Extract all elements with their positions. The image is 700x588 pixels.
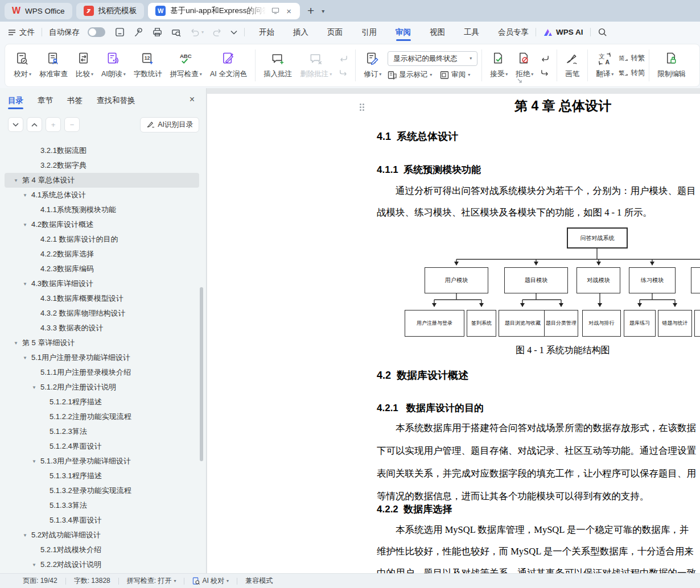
collapse-all-button[interactable] xyxy=(27,117,42,132)
translate-button[interactable]: 文A 翻译▾ xyxy=(592,49,617,82)
expand-arrow-icon[interactable]: ▼ xyxy=(31,459,38,464)
page-indicator[interactable]: 页面: 19/42 xyxy=(23,576,57,586)
markup-state-select[interactable]: 显示标记的最终状态 ▾ xyxy=(388,51,477,66)
ai-recognize-toc-button[interactable]: AI识别目录 xyxy=(140,117,199,132)
ai-read-aloud-button[interactable]: AI朗读▾ xyxy=(97,49,130,82)
pen-button[interactable]: 画笔 xyxy=(561,49,583,82)
file-menu[interactable]: 文件 xyxy=(8,27,35,38)
screen-share-icon[interactable] xyxy=(270,7,281,14)
sidebar-tab-chapters[interactable]: 章节 xyxy=(38,96,53,111)
show-markup-button[interactable]: 显示标记▾ xyxy=(388,70,432,80)
restrict-editing-button[interactable]: 限制编辑 xyxy=(653,49,690,82)
tab-home[interactable]: 开始 xyxy=(259,23,274,42)
undo-icon[interactable]: ▾ xyxy=(190,27,204,37)
toc-item[interactable]: ▼4.2数据库设计概述 xyxy=(5,217,199,232)
spell-check-button[interactable]: ABC 拼写检查▾ xyxy=(166,49,206,82)
accept-changes-button[interactable]: 接受▾ xyxy=(486,49,512,82)
next-comment-icon[interactable] xyxy=(339,69,348,77)
review-pane-button[interactable]: 审阅▾ xyxy=(440,70,470,80)
sidebar-tab-find-replace[interactable]: 查找和替换 xyxy=(97,96,135,111)
toc-item[interactable]: 5.1.1用户注册登录模块介绍 xyxy=(5,365,199,380)
figure-canvas[interactable]: 问答对战系统用户模块题目模块对战模块练习模块用户注册与登录签到系统题目浏览与收藏… xyxy=(207,225,700,345)
toc-item[interactable]: ▼5.1用户注册登录功能详细设计 xyxy=(5,350,199,365)
wps-ai-button[interactable]: WPS AI xyxy=(543,28,583,37)
tab-document[interactable]: W 基于uni-app和Express的问答 × xyxy=(148,3,300,19)
toc-item[interactable]: ▼4.1系统总体设计 xyxy=(5,188,199,202)
close-icon[interactable]: × xyxy=(285,6,293,16)
toc-item[interactable]: 5.1.3.2登录功能实现流程 xyxy=(5,483,199,498)
toc-item[interactable]: ▼5.2对战功能详细设计 xyxy=(5,528,199,543)
spellcheck-indicator[interactable]: 拼写检查: 打开▾ xyxy=(127,576,176,586)
toc-item[interactable]: ▼5.2.2对战设计说明 xyxy=(5,557,199,572)
to-simplified-button[interactable]: 繁 转简 xyxy=(619,68,645,78)
delete-comment-button[interactable]: 删除批注▾ xyxy=(296,49,336,82)
tab-wps-office[interactable]: W WPS Office xyxy=(5,3,72,19)
expand-arrow-icon[interactable]: ▼ xyxy=(22,222,28,227)
word-count-indicator[interactable]: 字数: 13828 xyxy=(74,576,110,586)
toc-item[interactable]: ▼4.3数据库详细设计 xyxy=(5,276,199,291)
tab-view[interactable]: 视图 xyxy=(430,23,445,42)
sidebar-tab-bookmarks[interactable]: 书签 xyxy=(67,96,83,111)
toc-item[interactable]: 5.2.1对战模块介绍 xyxy=(5,543,199,557)
toc-item[interactable]: 4.3.3 数据表的设计 xyxy=(5,321,199,336)
toc-item[interactable]: 5.1.3.4界面设计 xyxy=(5,513,199,528)
toc-item[interactable]: ▼5.1.2用户注册设计说明 xyxy=(5,380,199,395)
tab-insert[interactable]: 插入 xyxy=(293,23,308,42)
compare-button[interactable]: 比较▾ xyxy=(72,49,97,82)
toc-item[interactable]: 3.2.1数据流图 xyxy=(5,143,199,158)
expand-all-button[interactable] xyxy=(8,117,23,132)
word-count-button[interactable]: 12 字数统计 xyxy=(130,49,166,82)
save-icon[interactable] xyxy=(114,27,125,38)
standard-review-button[interactable]: 标准审查 xyxy=(35,49,72,82)
toc-item[interactable]: 5.1.3.1程序描述 xyxy=(5,469,199,483)
expand-arrow-icon[interactable]: ▼ xyxy=(22,533,28,538)
toc-item[interactable]: 4.3.1数据库概要模型设计 xyxy=(5,291,199,306)
toc-item[interactable]: ▼5.1.3用户登录功能详细设计 xyxy=(5,454,199,469)
print-icon[interactable] xyxy=(152,27,163,38)
zoom-out-button[interactable]: − xyxy=(64,117,80,132)
group-expand-icon[interactable] xyxy=(517,78,522,84)
tab-page[interactable]: 页面 xyxy=(327,23,343,42)
search-icon[interactable] xyxy=(598,27,607,37)
expand-arrow-icon[interactable]: ▼ xyxy=(22,193,28,198)
toc-item[interactable]: 5.1.2.3算法 xyxy=(5,424,199,439)
tab-membership[interactable]: 会员专享 xyxy=(498,23,529,42)
expand-arrow-icon[interactable]: ▼ xyxy=(22,355,28,361)
previous-comment-icon[interactable] xyxy=(339,55,348,63)
expand-arrow-icon[interactable]: ▼ xyxy=(13,178,19,183)
tab-tools[interactable]: 工具 xyxy=(464,23,479,42)
print-preview-icon[interactable] xyxy=(171,27,182,38)
to-traditional-button[interactable]: 简 转繁 xyxy=(619,53,645,63)
next-change-icon[interactable] xyxy=(540,69,550,77)
expand-arrow-icon[interactable]: ▼ xyxy=(31,562,38,568)
tab-docer-template[interactable]: 找稻壳模板 xyxy=(76,3,145,19)
insert-comment-button[interactable]: 插入批注 xyxy=(260,49,296,82)
expand-arrow-icon[interactable]: ▼ xyxy=(22,281,28,287)
toc-item[interactable]: 4.2.1 数据库设计的目的 xyxy=(5,232,199,247)
export-pdf-icon[interactable] xyxy=(133,27,144,38)
more-commands-icon[interactable] xyxy=(230,30,237,35)
toc-item[interactable]: 4.3.2 数据库物理结构设计 xyxy=(5,306,199,321)
autosave-toggle[interactable] xyxy=(88,27,105,37)
toc-item[interactable]: 5.1.2.1程序描述 xyxy=(5,395,199,409)
redo-icon[interactable] xyxy=(212,27,223,37)
toc-item[interactable]: 4.1.1系统预测模块功能 xyxy=(5,202,199,217)
sidebar-tab-contents[interactable]: 目录 xyxy=(8,96,23,111)
toc-item[interactable]: 4.2.2数据库选择 xyxy=(5,247,199,262)
toc-item[interactable]: ▼第 5 章详细设计 xyxy=(5,336,199,350)
tab-reference[interactable]: 引用 xyxy=(361,23,377,42)
new-tab-button[interactable]: + xyxy=(304,4,318,18)
expand-arrow-icon[interactable]: ▼ xyxy=(13,341,19,346)
toc-item[interactable]: 5.1.3.3算法 xyxy=(5,498,199,513)
close-icon[interactable]: × xyxy=(190,95,195,104)
zoom-in-button[interactable]: + xyxy=(46,117,61,132)
drag-handle-icon[interactable] xyxy=(360,103,368,113)
toc-item[interactable]: 5.1.2.2注册功能实现流程 xyxy=(5,409,199,424)
toc-item[interactable]: 5.1.2.4界面设计 xyxy=(5,439,199,454)
toc-item[interactable]: 3.2.2数据字典 xyxy=(5,158,199,173)
toc-item[interactable]: 4.2.3数据库编码 xyxy=(5,262,199,276)
sidebar-scrollbar-thumb[interactable] xyxy=(200,287,203,461)
previous-change-icon[interactable] xyxy=(540,55,550,63)
toc-item[interactable]: ▼第 4 章总体设计 xyxy=(5,173,199,188)
ai-proofread-indicator[interactable]: AI 校对▾ xyxy=(192,576,229,586)
